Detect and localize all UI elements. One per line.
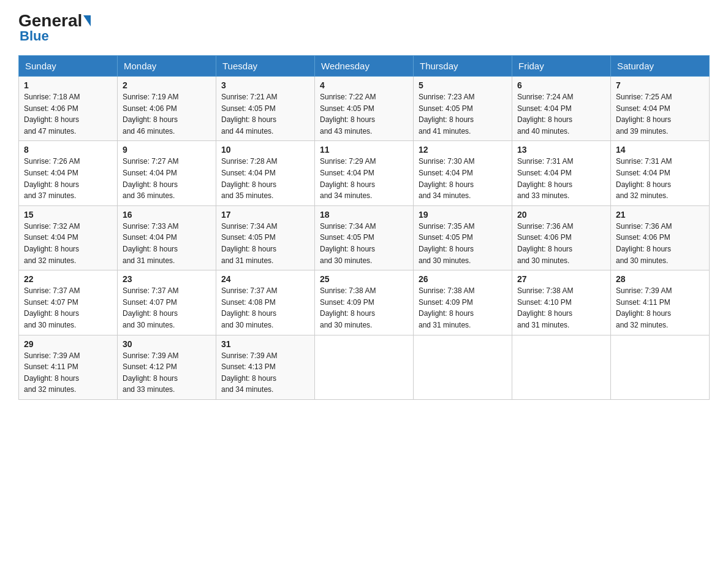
week-row-5: 29Sunrise: 7:39 AMSunset: 4:11 PMDayligh… <box>19 335 710 399</box>
day-cell: 21Sunrise: 7:36 AMSunset: 4:06 PMDayligh… <box>611 205 710 270</box>
day-cell: 4Sunrise: 7:22 AMSunset: 4:05 PMDaylight… <box>315 77 414 141</box>
day-cell: 10Sunrise: 7:28 AMSunset: 4:04 PMDayligh… <box>216 141 315 205</box>
day-info: Sunrise: 7:21 AMSunset: 4:05 PMDaylight:… <box>221 91 309 137</box>
day-cell: 25Sunrise: 7:38 AMSunset: 4:09 PMDayligh… <box>315 270 414 335</box>
day-info: Sunrise: 7:26 AMSunset: 4:04 PMDaylight:… <box>24 156 112 201</box>
week-row-3: 15Sunrise: 7:32 AMSunset: 4:04 PMDayligh… <box>19 205 710 270</box>
day-cell: 14Sunrise: 7:31 AMSunset: 4:04 PMDayligh… <box>611 141 710 205</box>
day-info: Sunrise: 7:39 AMSunset: 4:13 PMDaylight:… <box>221 350 309 396</box>
day-info: Sunrise: 7:38 AMSunset: 4:10 PMDaylight:… <box>517 285 605 331</box>
day-info: Sunrise: 7:18 AMSunset: 4:06 PMDaylight:… <box>24 91 112 137</box>
day-cell: 28Sunrise: 7:39 AMSunset: 4:11 PMDayligh… <box>611 270 710 335</box>
day-number: 6 <box>517 80 605 90</box>
day-cell <box>512 335 611 399</box>
day-info: Sunrise: 7:27 AMSunset: 4:04 PMDaylight:… <box>123 156 211 201</box>
day-info: Sunrise: 7:31 AMSunset: 4:04 PMDaylight:… <box>616 156 704 201</box>
day-cell: 30Sunrise: 7:39 AMSunset: 4:12 PMDayligh… <box>118 335 216 399</box>
day-cell: 1Sunrise: 7:18 AMSunset: 4:06 PMDaylight… <box>19 77 118 141</box>
day-info: Sunrise: 7:38 AMSunset: 4:09 PMDaylight:… <box>320 285 408 331</box>
day-info: Sunrise: 7:37 AMSunset: 4:08 PMDaylight:… <box>221 285 309 331</box>
day-cell: 24Sunrise: 7:37 AMSunset: 4:08 PMDayligh… <box>216 270 315 335</box>
day-info: Sunrise: 7:25 AMSunset: 4:04 PMDaylight:… <box>616 91 704 137</box>
day-number: 26 <box>419 274 507 284</box>
day-number: 8 <box>24 145 112 155</box>
day-cell <box>315 335 414 399</box>
day-info: Sunrise: 7:33 AMSunset: 4:04 PMDaylight:… <box>123 221 211 266</box>
day-cell: 19Sunrise: 7:35 AMSunset: 4:05 PMDayligh… <box>414 205 512 270</box>
day-number: 9 <box>123 145 211 155</box>
day-cell: 29Sunrise: 7:39 AMSunset: 4:11 PMDayligh… <box>19 335 118 399</box>
day-cell: 23Sunrise: 7:37 AMSunset: 4:07 PMDayligh… <box>118 270 216 335</box>
day-cell: 31Sunrise: 7:39 AMSunset: 4:13 PMDayligh… <box>216 335 315 399</box>
calendar-table: SundayMondayTuesdayWednesdayThursdayFrid… <box>18 55 710 400</box>
day-info: Sunrise: 7:19 AMSunset: 4:06 PMDaylight:… <box>123 91 211 137</box>
day-number: 2 <box>123 80 211 90</box>
day-cell: 5Sunrise: 7:23 AMSunset: 4:05 PMDaylight… <box>414 77 512 141</box>
day-cell: 2Sunrise: 7:19 AMSunset: 4:06 PMDaylight… <box>118 77 216 141</box>
day-number: 22 <box>24 274 112 284</box>
day-number: 15 <box>24 210 112 220</box>
day-info: Sunrise: 7:36 AMSunset: 4:06 PMDaylight:… <box>616 221 704 266</box>
day-cell: 6Sunrise: 7:24 AMSunset: 4:04 PMDaylight… <box>512 77 611 141</box>
day-number: 14 <box>616 145 704 155</box>
day-cell: 27Sunrise: 7:38 AMSunset: 4:10 PMDayligh… <box>512 270 611 335</box>
logo-triangle-icon <box>83 15 91 26</box>
header-thursday: Thursday <box>414 56 512 77</box>
week-row-2: 8Sunrise: 7:26 AMSunset: 4:04 PMDaylight… <box>19 141 710 205</box>
day-number: 19 <box>419 210 507 220</box>
day-number: 28 <box>616 274 704 284</box>
day-number: 7 <box>616 80 704 90</box>
day-info: Sunrise: 7:23 AMSunset: 4:05 PMDaylight:… <box>419 91 507 137</box>
day-info: Sunrise: 7:39 AMSunset: 4:11 PMDaylight:… <box>24 350 112 396</box>
day-number: 24 <box>221 274 309 284</box>
day-number: 12 <box>419 145 507 155</box>
day-number: 20 <box>517 210 605 220</box>
day-number: 13 <box>517 145 605 155</box>
week-row-1: 1Sunrise: 7:18 AMSunset: 4:06 PMDaylight… <box>19 77 710 141</box>
header-sunday: Sunday <box>19 56 118 77</box>
day-cell: 26Sunrise: 7:38 AMSunset: 4:09 PMDayligh… <box>414 270 512 335</box>
day-info: Sunrise: 7:35 AMSunset: 4:05 PMDaylight:… <box>419 221 507 266</box>
day-cell: 17Sunrise: 7:34 AMSunset: 4:05 PMDayligh… <box>216 205 315 270</box>
day-cell: 8Sunrise: 7:26 AMSunset: 4:04 PMDaylight… <box>19 141 118 205</box>
day-info: Sunrise: 7:28 AMSunset: 4:04 PMDaylight:… <box>221 156 309 201</box>
day-info: Sunrise: 7:39 AMSunset: 4:12 PMDaylight:… <box>123 350 211 396</box>
day-info: Sunrise: 7:39 AMSunset: 4:11 PMDaylight:… <box>616 285 704 331</box>
header-monday: Monday <box>118 56 216 77</box>
day-cell: 11Sunrise: 7:29 AMSunset: 4:04 PMDayligh… <box>315 141 414 205</box>
day-number: 5 <box>419 80 507 90</box>
day-number: 23 <box>123 274 211 284</box>
day-number: 21 <box>616 210 704 220</box>
header-tuesday: Tuesday <box>216 56 315 77</box>
day-info: Sunrise: 7:24 AMSunset: 4:04 PMDaylight:… <box>517 91 605 137</box>
day-cell: 7Sunrise: 7:25 AMSunset: 4:04 PMDaylight… <box>611 77 710 141</box>
day-cell: 13Sunrise: 7:31 AMSunset: 4:04 PMDayligh… <box>512 141 611 205</box>
day-number: 29 <box>24 339 112 349</box>
day-number: 30 <box>123 339 211 349</box>
page-header: General Blue <box>18 12 710 44</box>
calendar-header-row: SundayMondayTuesdayWednesdayThursdayFrid… <box>19 56 710 77</box>
day-info: Sunrise: 7:38 AMSunset: 4:09 PMDaylight:… <box>419 285 507 331</box>
day-info: Sunrise: 7:34 AMSunset: 4:05 PMDaylight:… <box>320 221 408 266</box>
day-info: Sunrise: 7:36 AMSunset: 4:06 PMDaylight:… <box>517 221 605 266</box>
logo-blue-text: Blue <box>20 28 49 44</box>
day-number: 31 <box>221 339 309 349</box>
day-number: 10 <box>221 145 309 155</box>
day-cell: 12Sunrise: 7:30 AMSunset: 4:04 PMDayligh… <box>414 141 512 205</box>
day-number: 3 <box>221 80 309 90</box>
header-wednesday: Wednesday <box>315 56 414 77</box>
logo: General Blue <box>18 12 92 44</box>
header-friday: Friday <box>512 56 611 77</box>
day-info: Sunrise: 7:30 AMSunset: 4:04 PMDaylight:… <box>419 156 507 201</box>
day-info: Sunrise: 7:32 AMSunset: 4:04 PMDaylight:… <box>24 221 112 266</box>
day-cell: 20Sunrise: 7:36 AMSunset: 4:06 PMDayligh… <box>512 205 611 270</box>
day-number: 11 <box>320 145 408 155</box>
day-info: Sunrise: 7:29 AMSunset: 4:04 PMDaylight:… <box>320 156 408 201</box>
day-cell: 15Sunrise: 7:32 AMSunset: 4:04 PMDayligh… <box>19 205 118 270</box>
day-number: 27 <box>517 274 605 284</box>
day-cell: 3Sunrise: 7:21 AMSunset: 4:05 PMDaylight… <box>216 77 315 141</box>
day-cell <box>414 335 512 399</box>
day-cell <box>611 335 710 399</box>
day-info: Sunrise: 7:34 AMSunset: 4:05 PMDaylight:… <box>221 221 309 266</box>
day-number: 16 <box>123 210 211 220</box>
